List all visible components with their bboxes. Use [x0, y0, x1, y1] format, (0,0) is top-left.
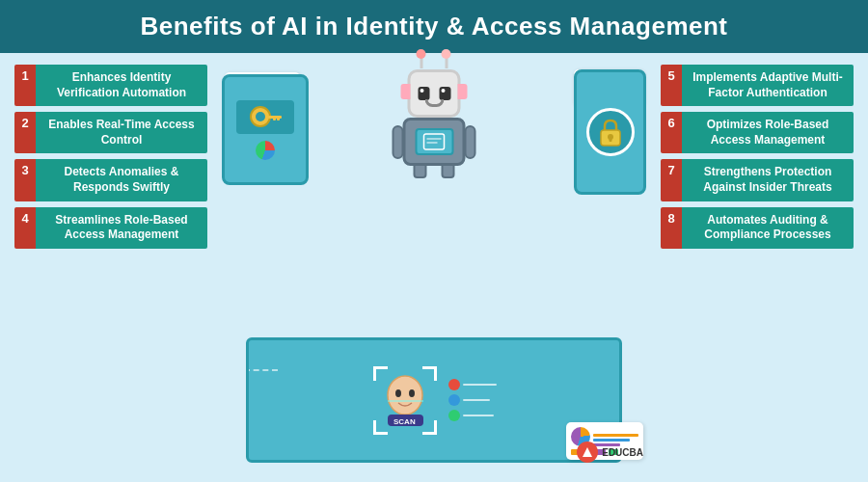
page-wrapper: Benefits of AI in Identity & Access Mana… — [0, 0, 868, 479]
robot-arm-right — [465, 125, 476, 159]
face-scan-svg: SCAN — [384, 374, 427, 427]
left-benefits-panel: 1 Enhances Identity Verification Automat… — [14, 65, 207, 468]
robot-eye-left — [418, 87, 429, 100]
list-item: 7 Strengthens Protection Against Insider… — [661, 159, 854, 201]
scan-line-left — [246, 369, 278, 371]
right-benefits-panel: 5 Implements Adaptive Multi-Factor Authe… — [661, 65, 854, 468]
benefit-text-2: Enables Real-Time Access Control — [36, 112, 207, 153]
illustration-area: SCAN — [217, 65, 651, 468]
svg-rect-3 — [277, 116, 280, 120]
device-left — [222, 74, 309, 185]
svg-point-1 — [256, 112, 265, 121]
list-item: 5 Implements Adaptive Multi-Factor Authe… — [661, 65, 854, 106]
benefit-text-1: Enhances Identity Verification Automatio… — [36, 65, 207, 106]
page-header: Benefits of AI in Identity & Access Mana… — [0, 0, 868, 53]
benefit-text-3: Detects Anomalies & Responds Swiftly — [36, 159, 207, 201]
robot-body — [403, 118, 466, 166]
robot-antenna-left — [420, 55, 423, 68]
robot — [403, 69, 466, 178]
robot-scene: SCAN — [217, 65, 651, 468]
benefit-number-8: 8 — [661, 207, 682, 249]
robot-eyes — [418, 87, 450, 100]
benefit-text-7: Strengthens Protection Against Insider T… — [682, 159, 854, 201]
list-item: 2 Enables Real-Time Access Control — [14, 112, 207, 153]
robot-eye-right — [439, 87, 450, 100]
svg-rect-4 — [273, 116, 276, 120]
robot-ear-left — [401, 84, 411, 99]
svg-point-13 — [409, 389, 415, 397]
benefit-text-4: Streamlines Role-Based Access Management — [36, 207, 207, 249]
benefit-text-5: Implements Adaptive Multi-Factor Authent… — [682, 65, 854, 106]
benefit-number-5: 5 — [661, 65, 682, 106]
robot-arm-left — [393, 125, 404, 159]
list-item: 3 Detects Anomalies & Responds Swiftly — [14, 159, 207, 201]
benefit-text-6: Optimizes Role-Based Access Management — [682, 112, 854, 153]
benefit-number-6: 6 — [661, 112, 682, 153]
device-left-pie — [256, 141, 275, 160]
robot-ear-right — [458, 84, 468, 99]
svg-marker-17 — [583, 447, 592, 457]
header-title: Benefits of AI in Identity & Access Mana… — [140, 12, 727, 40]
benefit-number-1: 1 — [14, 65, 36, 106]
benefit-text-8: Automates Auditing & Compliance Processe… — [682, 207, 854, 249]
device-right — [574, 69, 646, 195]
laptop-data-display — [448, 379, 497, 421]
list-item: 1 Enhances Identity Verification Automat… — [14, 65, 207, 106]
list-item: 4 Streamlines Role-Based Access Manageme… — [14, 207, 207, 249]
robot-screen-icon — [422, 132, 447, 151]
benefit-number-4: 4 — [14, 207, 36, 249]
key-illustration — [249, 105, 283, 129]
benefit-number-3: 3 — [14, 159, 36, 201]
educba-icon — [577, 442, 598, 463]
benefit-number-2: 2 — [14, 112, 36, 153]
svg-point-12 — [395, 389, 401, 397]
robot-head — [408, 69, 461, 118]
benefit-number-7: 7 — [661, 159, 682, 201]
robot-body-screen — [415, 128, 453, 155]
educba-logo: EDUCBA — [577, 442, 643, 463]
educba-logo-icon — [581, 445, 594, 459]
face-scan-area: SCAN — [366, 360, 502, 442]
main-content: 1 Enhances Identity Verification Automat… — [0, 53, 868, 479]
robot-antenna-right — [446, 55, 448, 68]
robot-mouth — [424, 99, 444, 107]
svg-text:SCAN: SCAN — [393, 417, 416, 426]
face-scan-container: SCAN — [371, 364, 439, 437]
educba-text: EDUCBA — [602, 447, 643, 458]
svg-rect-8 — [424, 134, 445, 149]
list-item: 8 Automates Auditing & Compliance Proces… — [661, 207, 854, 249]
list-item: 6 Optimizes Role-Based Access Management — [661, 112, 854, 153]
svg-point-11 — [388, 376, 422, 415]
lock-illustration — [597, 117, 624, 147]
svg-rect-7 — [609, 137, 611, 142]
